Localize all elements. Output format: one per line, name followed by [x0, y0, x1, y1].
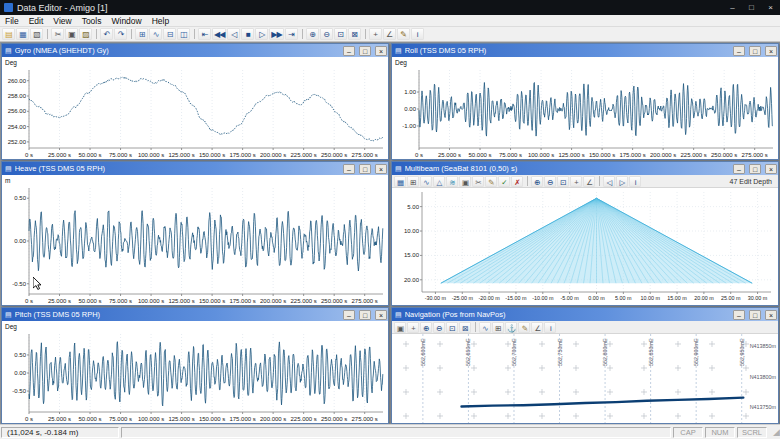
roll-plot[interactable]: 0 s25.000 s50.000 s75.000 s100.000 s125.… [392, 57, 778, 159]
window-heave-minimize-button[interactable]: – [343, 164, 355, 174]
gyro-plot[interactable]: 0 s25.000 s50.000 s75.000 s100.000 s125.… [2, 57, 388, 159]
play-icon[interactable]: ▷ [255, 28, 268, 40]
measure-icon[interactable]: ∠ [383, 28, 396, 40]
mb-table-icon[interactable]: ⊞ [407, 176, 419, 187]
nav-info-icon[interactable]: i [544, 322, 556, 333]
fast-rewind-icon[interactable]: ◀◀ [212, 28, 226, 40]
app-minimize-button[interactable]: – [723, 0, 742, 15]
graph-view-icon[interactable]: ∿ [149, 28, 162, 40]
mb-select-icon[interactable]: ▣ [459, 176, 471, 187]
open-icon[interactable]: ▤ [2, 28, 15, 40]
window-gyro-maximize-button[interactable]: □ [359, 46, 371, 56]
mb-edit-icon[interactable]: ✎ [485, 176, 497, 187]
print-icon[interactable]: ▧ [30, 28, 43, 40]
nav-edit-icon[interactable]: ✎ [518, 322, 530, 333]
window-multibeam-titlebar[interactable]: ▤ Multibeam (SeaBat 8101 (0,50) s) – □ × [392, 162, 778, 175]
table-view-icon[interactable]: ⊞ [135, 28, 148, 40]
nav-pan-icon[interactable]: + [407, 322, 419, 333]
window-pitch-close-button[interactable]: × [375, 310, 387, 320]
window-multibeam-minimize-button[interactable]: – [733, 164, 745, 174]
mb-save-icon[interactable]: ▦ [394, 176, 406, 187]
zoom-extents-icon[interactable]: ⊠ [348, 28, 361, 40]
skip-start-icon[interactable]: ⇤ [198, 28, 211, 40]
cut-icon[interactable]: ✂ [51, 28, 64, 40]
menu-edit[interactable]: Edit [24, 16, 49, 26]
nav-anchor-icon[interactable]: ⚓ [505, 322, 517, 333]
profile-view-icon[interactable]: ◫ [177, 28, 190, 40]
window-multibeam-maximize-button[interactable]: □ [749, 164, 761, 174]
info-icon[interactable]: i [411, 28, 424, 40]
svg-text:Deg: Deg [395, 59, 407, 67]
nav-select-icon[interactable]: ▣ [394, 322, 406, 333]
window-navigation-maximize-button[interactable]: □ [749, 310, 761, 320]
nav-track-icon[interactable]: ∿ [479, 322, 491, 333]
redo-icon[interactable]: ↷ [114, 28, 127, 40]
mb-beams-icon[interactable]: ≋ [446, 176, 458, 187]
window-heave-maximize-button[interactable]: □ [359, 164, 371, 174]
mb-zoom-out-icon[interactable]: ⊖ [544, 176, 556, 187]
nav-grid-icon[interactable]: ⊞ [492, 322, 504, 333]
window-roll-titlebar[interactable]: ▤ Roll (TSS DMS 05 RPH) – □ × [392, 44, 778, 57]
window-navigation-titlebar[interactable]: ▤ Navigation (Pos from NavPos) – □ × [392, 308, 778, 321]
zoom-in-icon[interactable]: ⊕ [306, 28, 319, 40]
save-icon[interactable]: ▦ [16, 28, 29, 40]
undo-icon[interactable]: ↶ [100, 28, 113, 40]
heave-plot[interactable]: 0 s25.000 s50.000 s75.000 s100.000 s125.… [2, 175, 388, 305]
mb-swath-icon[interactable]: △ [433, 176, 445, 187]
app-titlebar[interactable]: Data Editor - Amigo [1] – □ × [0, 0, 780, 15]
pitch-plot[interactable]: 0 s25.000 s50.000 s75.000 s100.000 s125.… [2, 321, 388, 423]
mb-info-icon[interactable]: i [629, 176, 641, 187]
menu-file[interactable]: File [0, 16, 24, 26]
window-pitch-titlebar[interactable]: ▤ Pitch (TSS DMS 05 RPH) – □ × [2, 308, 388, 321]
window-pitch-maximize-button[interactable]: □ [359, 310, 371, 320]
window-gyro-titlebar[interactable]: ▤ Gyro (NMEA (SHEHDT) Gy) – □ × [2, 44, 388, 57]
mb-erase-icon[interactable]: ✂ [472, 176, 484, 187]
app-close-button[interactable]: × [761, 0, 780, 15]
menu-window[interactable]: Window [106, 16, 146, 26]
nav-extents-icon[interactable]: ⊠ [459, 322, 471, 333]
menu-view[interactable]: View [48, 16, 76, 26]
mb-zoom-in-icon[interactable]: ⊕ [531, 176, 543, 187]
mb-angle-icon[interactable]: ∠ [583, 176, 595, 187]
mb-zoom-box-icon[interactable]: ⊡ [557, 176, 569, 187]
window-multibeam-close-button[interactable]: × [765, 164, 777, 174]
window-gyro-close-button[interactable]: × [375, 46, 387, 56]
window-roll-close-button[interactable]: × [765, 46, 777, 56]
crosshair-icon[interactable]: + [369, 28, 382, 40]
edit-icon[interactable]: ✎ [397, 28, 410, 40]
mb-prev-icon[interactable]: ◁ [603, 176, 615, 187]
nav-zoom-out-icon[interactable]: ⊖ [433, 322, 445, 333]
app-maximize-button[interactable]: □ [742, 0, 761, 15]
nav-zoom-in-icon[interactable]: ⊕ [420, 322, 432, 333]
window-pitch-minimize-button[interactable]: – [343, 310, 355, 320]
mb-accept-icon[interactable]: ✓ [498, 176, 510, 187]
fast-forward-icon[interactable]: ▶▶ [269, 28, 283, 40]
window-navigation-minimize-button[interactable]: – [733, 310, 745, 320]
window-heave-close-button[interactable]: × [375, 164, 387, 174]
window-gyro-minimize-button[interactable]: – [343, 46, 355, 56]
navigation-plot[interactable]: 552,600mE552,650mE552,700mE552,750mE552,… [392, 334, 778, 423]
paste-icon[interactable]: ▨ [79, 28, 92, 40]
window-navigation-close-button[interactable]: × [765, 310, 777, 320]
menu-help[interactable]: Help [147, 16, 174, 26]
zoom-out-icon[interactable]: ⊖ [320, 28, 333, 40]
mb-crosshair-icon[interactable]: + [570, 176, 582, 187]
mb-wave-icon[interactable]: ∿ [420, 176, 432, 187]
step-back-icon[interactable]: ◁ [227, 28, 240, 40]
zoom-window-icon[interactable]: ⊡ [334, 28, 347, 40]
nav-measure-icon[interactable]: ∠ [531, 322, 543, 333]
nav-zoom-box-icon[interactable]: ⊡ [446, 322, 458, 333]
window-heave-titlebar[interactable]: ▤ Heave (TSS DMS 05 RPH) – □ × [2, 162, 388, 175]
mb-next-icon[interactable]: ▷ [616, 176, 628, 187]
resize-grip[interactable]: ◢ [768, 425, 780, 439]
mb-reject-icon[interactable]: ✗ [511, 176, 523, 187]
multibeam-plot[interactable]: -30.00 m-25.00 m-20.00 m-15.00 m-10.00 m… [392, 188, 778, 305]
stop-icon[interactable]: ■ [241, 28, 254, 40]
grid-view-icon[interactable]: ⊟ [163, 28, 176, 40]
window-roll-minimize-button[interactable]: – [733, 46, 745, 56]
window-roll-maximize-button[interactable]: □ [749, 46, 761, 56]
copy-icon[interactable]: ▣ [65, 28, 78, 40]
menu-tools[interactable]: Tools [77, 16, 107, 26]
skip-end-icon[interactable]: ⇥ [285, 28, 298, 40]
svg-text:Deg: Deg [5, 59, 17, 67]
